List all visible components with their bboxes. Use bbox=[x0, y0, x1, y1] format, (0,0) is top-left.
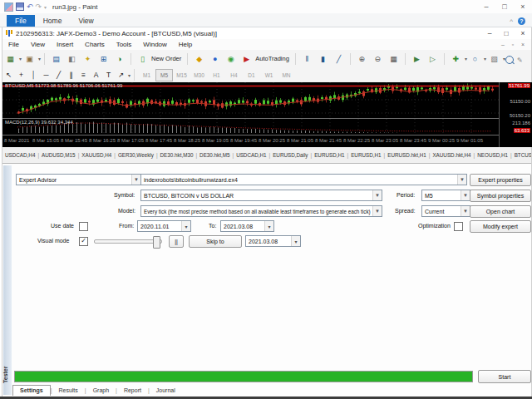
mql5-community-icon[interactable]: ◆ bbox=[192, 52, 206, 66]
chevron-down-icon[interactable]: ▾ bbox=[19, 56, 22, 62]
horizontal-line-tool-icon[interactable]: ─ bbox=[41, 70, 52, 81]
chevron-down-icon[interactable]: ▾ bbox=[38, 56, 41, 62]
skip-to-button[interactable]: Skip to bbox=[189, 235, 242, 248]
experts-icon[interactable]: ● bbox=[208, 52, 222, 66]
zoom-out-icon[interactable]: ⊖ bbox=[371, 52, 385, 66]
close-icon[interactable]: × bbox=[514, 2, 532, 11]
autotrading-label[interactable]: AutoTrading bbox=[255, 55, 289, 62]
autotrading-icon[interactable]: ▶ bbox=[239, 52, 254, 66]
help-icon[interactable]: ? bbox=[518, 17, 525, 25]
search-icon[interactable] bbox=[505, 56, 514, 64]
text-label-tool-icon[interactable]: T bbox=[103, 70, 114, 81]
new-order-icon[interactable]: ▯ bbox=[135, 52, 150, 66]
timeframe-m5[interactable]: M5 bbox=[155, 69, 173, 81]
chevron-down-icon[interactable]: ▼ bbox=[131, 175, 140, 185]
chart-tab[interactable]: NEOUSD,H1 bbox=[475, 152, 510, 158]
visual-speed-slider[interactable] bbox=[94, 239, 162, 244]
tab-view[interactable]: View bbox=[70, 15, 101, 27]
calendar-dropdown-icon[interactable]: ▾ bbox=[264, 221, 273, 231]
market-watch-icon[interactable]: ▤ bbox=[49, 52, 63, 66]
templates-icon[interactable]: ▧ bbox=[487, 52, 501, 66]
tile-windows-icon[interactable]: ▦ bbox=[387, 52, 401, 66]
channel-tool-icon[interactable]: ∥ bbox=[66, 70, 76, 81]
ribbon-collapse-icon[interactable]: ^ bbox=[510, 17, 513, 25]
chart-tab-active[interactable]: BTCUSD,M5 (visual) bbox=[512, 152, 531, 158]
open-chart-button[interactable]: Open chart bbox=[470, 205, 531, 218]
chart-area[interactable]: BTCUSD,M5 51773.98 51789.96 51706.06 517… bbox=[2, 82, 531, 147]
maximize-icon[interactable]: □ bbox=[495, 2, 514, 11]
ea-type-select[interactable]: Expert Advisor▼ bbox=[16, 174, 141, 185]
to-date-field[interactable]: 2021.03.08▾ bbox=[220, 220, 274, 232]
use-date-checkbox[interactable] bbox=[79, 222, 88, 231]
period-select[interactable]: M5▼ bbox=[421, 190, 470, 201]
tester-tab-graph[interactable]: Graph bbox=[86, 386, 116, 396]
tester-tab-results[interactable]: Results bbox=[52, 386, 84, 396]
menu-file[interactable]: File bbox=[2, 41, 25, 48]
calendar-dropdown-icon[interactable]: ▾ bbox=[291, 236, 300, 246]
chart-tab[interactable]: USDCAD,H4 bbox=[2, 152, 37, 158]
from-date-field[interactable]: 2020.11.01▾ bbox=[137, 220, 191, 232]
chart-tab[interactable]: XAUUSD.hkt,H4 bbox=[430, 152, 473, 158]
trendline-tool-icon[interactable]: ╱ bbox=[53, 70, 64, 81]
fibonacci-tool-icon[interactable]: ≡ bbox=[78, 70, 89, 81]
chart-tab[interactable]: DE30.hkt,M30 bbox=[158, 152, 196, 158]
symbol-select[interactable]: BTCUSD, BITCOIN v US DOLLAR▼ bbox=[140, 190, 382, 201]
menu-help[interactable]: Help bbox=[173, 41, 198, 48]
zoom-in-icon[interactable]: ⊕ bbox=[355, 52, 369, 66]
timeframe-h1[interactable]: H1 bbox=[208, 69, 225, 81]
tester-tab-journal[interactable]: Journal bbox=[150, 386, 182, 396]
model-select[interactable]: Every tick (the most precise method base… bbox=[140, 205, 382, 217]
symbol-properties-button[interactable]: Symbol properties bbox=[470, 190, 531, 202]
ea-path-select[interactable]: indexrobots\bitcoinbullrunwizard.ex4▼ bbox=[140, 174, 467, 185]
close-icon[interactable]: × bbox=[518, 42, 528, 47]
chart-shift-icon[interactable]: ▷ bbox=[426, 52, 440, 66]
metaeditor-icon[interactable]: ✎ bbox=[517, 57, 523, 64]
minimize-icon[interactable]: – bbox=[477, 2, 495, 11]
arrows-tool-icon[interactable]: ↗ bbox=[116, 70, 126, 81]
chevron-down-icon[interactable]: ▼ bbox=[457, 175, 466, 185]
price-scale[interactable]: 51761.9951150.0050150.20213.18663.633 bbox=[499, 82, 532, 147]
market-icon[interactable]: ◉ bbox=[224, 52, 238, 66]
expert-properties-button[interactable]: Expert properties bbox=[470, 174, 531, 186]
chart-tab[interactable]: XAUUSD,H4 bbox=[79, 152, 114, 158]
calendar-dropdown-icon[interactable]: ▾ bbox=[181, 221, 190, 231]
chevron-down-icon[interactable]: ▼ bbox=[461, 190, 470, 200]
maximize-icon[interactable]: ▫ bbox=[508, 42, 518, 47]
visual-mode-checkbox[interactable] bbox=[79, 237, 88, 246]
timeframe-d1[interactable]: D1 bbox=[243, 69, 260, 81]
chart-tab[interactable]: EURUSD,H1 bbox=[312, 152, 347, 158]
chart-tab[interactable]: EURUSD,H1 bbox=[348, 152, 383, 158]
tab-home[interactable]: Home bbox=[35, 15, 71, 27]
pause-button[interactable]: || bbox=[169, 235, 184, 248]
timeframe-w1[interactable]: W1 bbox=[260, 69, 278, 81]
chart-tab[interactable]: GER30,Weekly bbox=[116, 152, 156, 158]
cursor-tool-icon[interactable]: ↖ bbox=[3, 70, 14, 81]
chart-candles-icon[interactable]: ▮ bbox=[316, 52, 330, 66]
terminal-icon[interactable]: ⊞ bbox=[96, 52, 111, 66]
slider-thumb[interactable] bbox=[153, 236, 160, 249]
chart-tab[interactable]: DE30.hkt,M5 bbox=[197, 152, 232, 158]
timeframe-m15[interactable]: M15 bbox=[173, 69, 190, 81]
chevron-down-icon[interactable]: ▾ bbox=[465, 56, 467, 62]
crosshair-tool-icon[interactable]: + bbox=[16, 70, 27, 81]
undo-icon[interactable]: ↶ bbox=[27, 2, 33, 11]
data-window-icon[interactable]: ◧ bbox=[65, 52, 79, 66]
navigator-icon[interactable]: ✦ bbox=[81, 52, 95, 66]
optimization-checkbox[interactable] bbox=[454, 222, 463, 231]
new-order-label[interactable]: New Order bbox=[151, 55, 181, 62]
time-axis[interactable]: 8 Mar 20218 Mar 15:058 Mar 15:458 Mar 16… bbox=[2, 135, 499, 148]
chart-tab[interactable]: EURUSD,Daily bbox=[270, 152, 310, 158]
qat-customize-icon[interactable]: ▾ bbox=[44, 4, 47, 10]
chart-bars-icon[interactable]: ‖ bbox=[300, 52, 314, 66]
redo-icon[interactable]: ↷ bbox=[36, 2, 42, 11]
chevron-down-icon[interactable]: ▾ bbox=[484, 56, 486, 62]
periods-icon[interactable]: ○ bbox=[468, 52, 482, 66]
tab-file[interactable]: File bbox=[7, 15, 35, 27]
timeframe-mn[interactable]: MN bbox=[278, 69, 295, 81]
tester-tab-report[interactable]: Report bbox=[117, 386, 148, 396]
timeframe-m30[interactable]: M30 bbox=[190, 69, 208, 81]
spread-select[interactable]: Current▼ bbox=[421, 205, 470, 217]
chart-tab[interactable]: USDCAD,H1 bbox=[234, 152, 268, 158]
modify-expert-button[interactable]: Modify expert bbox=[470, 220, 531, 233]
strategy-tester-icon[interactable]: ◑ bbox=[112, 52, 126, 66]
